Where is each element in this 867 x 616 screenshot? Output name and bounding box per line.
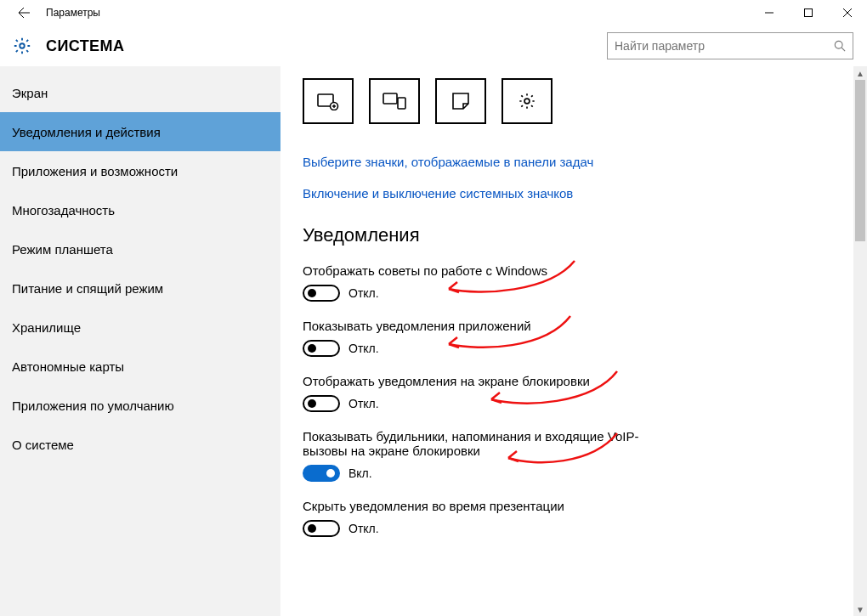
scroll-up-icon[interactable]: ▲ [853, 66, 867, 80]
toggle-label: Отображать уведомления на экране блокиро… [303, 374, 668, 388]
svg-point-2 [20, 43, 25, 48]
sidebar-item-label: Автономные карты [12, 359, 124, 374]
header: СИСТЕМА [0, 25, 867, 66]
toggle-state: Откл. [348, 522, 379, 535]
back-button[interactable] [7, 0, 41, 25]
maximize-button[interactable] [789, 0, 828, 25]
search-box[interactable] [607, 32, 853, 59]
toggle-state: Откл. [348, 342, 379, 355]
sidebar-item-label: Приложения по умолчанию [12, 398, 174, 413]
scrollbar[interactable]: ▲ ▼ [853, 66, 867, 616]
close-button[interactable] [828, 0, 867, 25]
quick-tile-note[interactable] [435, 78, 486, 124]
toggle-switch[interactable] [303, 520, 340, 537]
sidebar-item-label: Питание и спящий режим [12, 281, 163, 296]
section-notifications-title: Уведомления [303, 224, 845, 246]
toggle-label: Показывать будильники, напоминания и вхо… [303, 429, 668, 458]
toggle-state: Откл. [348, 397, 379, 410]
search-icon [834, 40, 846, 52]
quick-tile-tablet-mode[interactable] [303, 78, 354, 124]
body: Экран Уведомления и действия Приложения … [0, 66, 867, 616]
sidebar-item-label: О системе [12, 438, 74, 452]
svg-rect-1 [805, 9, 813, 17]
sidebar-item-multitask[interactable]: Многозадачность [0, 190, 280, 229]
sidebar-item-storage[interactable]: Хранилище [0, 308, 280, 347]
quick-tile-settings[interactable] [502, 78, 552, 124]
quick-tile-connect[interactable] [369, 78, 420, 124]
link-taskbar-icons[interactable]: Выберите значки, отображаемые в панели з… [303, 155, 845, 169]
content: Выберите значки, отображаемые в панели з… [280, 66, 867, 616]
sidebar-item-notifications[interactable]: Уведомления и действия [0, 112, 280, 151]
svg-rect-7 [383, 93, 397, 104]
sidebar-item-label: Экран [12, 86, 48, 100]
toggle-group-alarms-lockscreen: Показывать будильники, напоминания и вхо… [303, 429, 668, 482]
scroll-thumb[interactable] [855, 80, 865, 241]
svg-point-3 [835, 41, 842, 48]
sidebar-item-power[interactable]: Питание и спящий режим [0, 268, 280, 308]
toggle-state: Откл. [348, 286, 379, 300]
sidebar-item-default-apps[interactable]: Приложения по умолчанию [0, 386, 280, 425]
toggle-switch[interactable] [303, 340, 340, 357]
toggle-label: Отображать советы по работе с Windows [303, 263, 668, 278]
titlebar: Параметры [0, 0, 867, 25]
window-controls [750, 0, 867, 25]
sidebar-item-label: Уведомления и действия [12, 125, 161, 139]
minimize-button[interactable] [750, 0, 789, 25]
toggle-switch[interactable] [303, 395, 340, 412]
sidebar-item-apps[interactable]: Приложения и возможности [0, 151, 280, 190]
sidebar-item-label: Многозадачность [12, 203, 115, 218]
sidebar-item-tablet[interactable]: Режим планшета [0, 229, 280, 268]
tablet-mode-icon [317, 92, 339, 110]
link-system-icons[interactable]: Включение и выключение системных значков [303, 186, 845, 201]
svg-point-10 [524, 99, 530, 104]
toggle-group-hide-presentation: Скрыть уведомления во время презентации … [303, 499, 668, 537]
settings-gear-icon [12, 36, 32, 56]
sidebar-item-label: Хранилище [12, 320, 81, 335]
search-input[interactable] [615, 39, 834, 53]
content-wrap: Выберите значки, отображаемые в панели з… [280, 66, 867, 616]
header-title: СИСТЕМА [46, 37, 124, 55]
toggle-switch[interactable] [303, 465, 340, 482]
toggle-group-windows-tips: Отображать советы по работе с Windows От… [303, 263, 668, 302]
sidebar-item-label: Режим планшета [12, 242, 113, 257]
toggle-label: Скрыть уведомления во время презентации [303, 499, 668, 513]
window-title: Параметры [41, 7, 100, 19]
svg-line-4 [842, 48, 845, 51]
toggle-group-lockscreen-notifications: Отображать уведомления на экране блокиро… [303, 374, 668, 412]
connect-icon [382, 92, 406, 110]
note-icon [451, 92, 470, 110]
sidebar: Экран Уведомления и действия Приложения … [0, 66, 280, 616]
svg-rect-8 [398, 98, 405, 109]
scroll-down-icon[interactable]: ▼ [853, 602, 867, 616]
toggle-label: Показывать уведомления приложений [303, 319, 668, 333]
sidebar-item-about[interactable]: О системе [0, 425, 280, 464]
sidebar-item-maps[interactable]: Автономные карты [0, 347, 280, 386]
toggle-switch[interactable] [303, 285, 340, 302]
toggle-group-app-notifications: Показывать уведомления приложений Откл. [303, 319, 668, 357]
sidebar-item-label: Приложения и возможности [12, 164, 178, 178]
sidebar-item-screen[interactable]: Экран [0, 73, 280, 112]
gear-icon [518, 92, 536, 110]
toggle-state: Вкл. [348, 466, 372, 480]
quick-actions-row [303, 78, 845, 124]
